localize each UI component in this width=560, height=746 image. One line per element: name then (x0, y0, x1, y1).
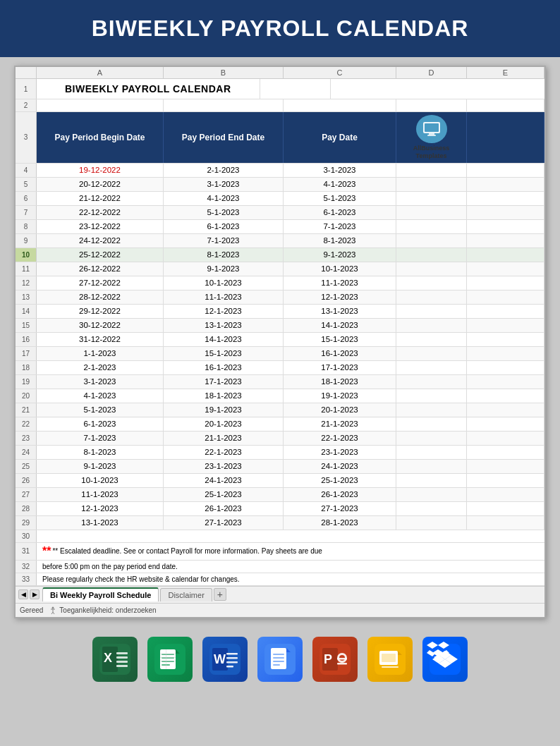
cell-22-c: 21-1-2023 (284, 417, 396, 431)
col-d-label: D (396, 67, 467, 78)
footer-note-1-text: ** Escalated deadline. See or contact Pa… (52, 547, 322, 555)
gdocs-icon-inner (257, 637, 303, 682)
gdocs-svg (264, 644, 296, 675)
row2-a (37, 99, 164, 111)
cell-28-b: 26-1-2023 (164, 502, 284, 515)
google-docs-icon[interactable] (257, 637, 303, 682)
cell-4-b: 2-1-2023 (164, 164, 284, 177)
powerpoint-icon[interactable]: P (312, 637, 358, 682)
cell-20-e (467, 389, 544, 403)
row-num-16: 16 (16, 333, 37, 346)
row-num-28: 28 (16, 502, 37, 515)
cell-25-b: 23-1-2023 (164, 460, 284, 473)
excel-svg: X (99, 644, 130, 675)
cell-7-b: 5-1-2023 (164, 206, 284, 219)
app-icons-bar: X (0, 627, 560, 689)
footer-note-3: Please regularly check the HR website & … (37, 573, 544, 585)
cell-15-b: 13-1-2023 (164, 319, 284, 332)
excel-icon[interactable]: X (92, 637, 138, 682)
cell-28-a: 12-1-2023 (37, 502, 164, 515)
cell-10-c: 9-1-2023 (284, 248, 396, 262)
cell-21-b: 19-1-2023 (164, 403, 284, 417)
svg-point-4 (52, 607, 54, 609)
data-row-26: 2610-1-202324-1-202325-1-2023 (16, 474, 544, 488)
data-row-5: 520-12-20223-1-20234-1-2023 (16, 178, 544, 192)
data-row-4: 419-12-20222-1-20233-1-2023 (16, 164, 544, 178)
cell-29-b: 27-1-2023 (164, 516, 284, 530)
asterisk-1: ** (42, 545, 51, 558)
row-num-22: 22 (16, 417, 37, 431)
data-row-23: 237-1-202321-1-202322-1-2023 (16, 432, 544, 446)
data-row-15: 1530-12-202213-1-202314-1-2023 (16, 319, 544, 333)
cell-23-a: 7-1-2023 (37, 432, 164, 445)
footer-note-2: before 5:00 pm on the pay period end dat… (37, 561, 544, 573)
cell-15-c: 14-1-2023 (284, 319, 396, 332)
cell-5-d (396, 178, 467, 191)
cell-8-e (467, 220, 544, 233)
cell-7-d (396, 206, 467, 219)
cell-8-b: 6-1-2023 (164, 220, 284, 233)
cell-12-e (467, 276, 544, 290)
tab-nav-left[interactable]: ◀ (18, 589, 28, 599)
cell-13-e (467, 291, 544, 304)
cell-23-b: 21-1-2023 (164, 432, 284, 445)
cell-22-d (396, 417, 467, 431)
cell-19-d (396, 375, 467, 389)
cell-11-b: 9-1-2023 (164, 262, 284, 276)
cell-24-d (396, 446, 467, 459)
svg-text:W: W (214, 652, 226, 666)
svg-rect-2 (429, 133, 434, 135)
data-row-9: 924-12-20227-1-20238-1-2023 (16, 234, 544, 248)
cell-14-a: 29-12-2022 (37, 305, 164, 318)
svg-text:X: X (104, 651, 112, 665)
row2-b (164, 99, 284, 111)
dropbox-icon[interactable] (422, 637, 468, 682)
tab-disclaimer[interactable]: Disclaimer (160, 588, 212, 601)
dropbox-logo (427, 642, 449, 663)
cell-21-c: 20-1-2023 (284, 403, 396, 417)
tab-bar: ◀ ▶ Bi Weekly Payroll Schedule Disclaime… (16, 586, 544, 603)
col-a-label: A (37, 67, 164, 78)
data-rows-container: 419-12-20222-1-20233-1-2023520-12-20223-… (16, 164, 544, 530)
cell-20-a: 4-1-2023 (37, 389, 164, 403)
cell-6-d (396, 192, 467, 205)
svg-rect-33 (273, 657, 284, 659)
google-sheets-icon[interactable] (147, 637, 193, 682)
logo-text: AllBusinessTemplates (413, 145, 450, 160)
cell-25-a: 9-1-2023 (37, 460, 164, 473)
cell-5-a: 20-12-2022 (37, 178, 164, 191)
add-sheet-button[interactable]: + (214, 588, 226, 601)
spreadsheet-container: A B C D E 1 BIWEEKLY PAYROLL CALENDAR 2 … (14, 66, 546, 618)
data-row-10: 1025-12-20228-1-20239-1-2023 (16, 248, 544, 262)
cell-26-a: 10-1-2023 (37, 474, 164, 487)
word-svg: W (209, 644, 241, 675)
row-num-3: 3 (16, 112, 37, 163)
row-num-7: 7 (16, 206, 37, 219)
svg-rect-43 (337, 663, 347, 665)
cell-24-e (467, 446, 544, 459)
data-row-21: 215-1-202319-1-202320-1-2023 (16, 403, 544, 417)
cell-9-a: 24-12-2022 (37, 234, 164, 247)
logo-cell: AllBusinessTemplates (396, 112, 467, 163)
row-num-13: 13 (16, 291, 37, 304)
cell-15-a: 30-12-2022 (37, 319, 164, 332)
tab-biweekly[interactable]: Bi Weekly Payroll Schedule (42, 587, 159, 601)
row-num-31: 31 (16, 543, 37, 560)
tab-nav-right[interactable]: ▶ (30, 589, 39, 599)
row-num-30: 30 (16, 530, 37, 542)
cell-22-a: 6-1-2023 (37, 417, 164, 431)
svg-marker-60 (434, 655, 442, 660)
svg-marker-59 (441, 650, 449, 656)
cell-25-e (467, 460, 544, 473)
cell-8-c: 7-1-2023 (284, 220, 396, 233)
svg-rect-19 (160, 657, 176, 658)
row-num-33: 33 (16, 573, 37, 585)
status-ready-text: Gereed (20, 606, 43, 614)
word-icon[interactable]: W (202, 637, 248, 682)
cell-27-a: 11-1-2023 (37, 488, 164, 501)
google-slides-icon[interactable] (367, 637, 413, 682)
ruler-spacer (16, 67, 37, 78)
svg-rect-1 (425, 123, 439, 132)
col-b-label: B (164, 67, 284, 78)
data-row-7: 722-12-20225-1-20236-1-2023 (16, 206, 544, 220)
